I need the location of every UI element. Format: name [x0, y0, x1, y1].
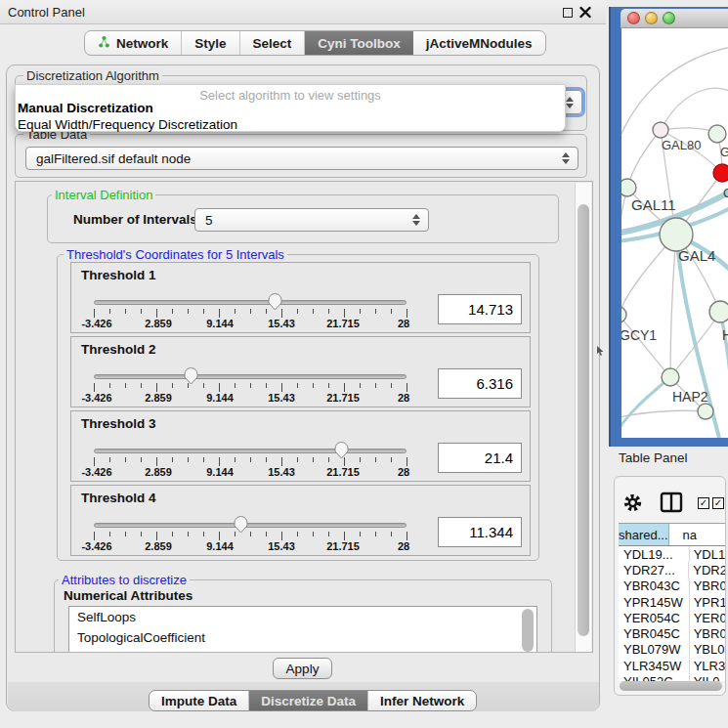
- cell[interactable]: YDL1: [690, 546, 726, 562]
- table-row[interactable]: YBL079WYBL0: [619, 642, 726, 658]
- threshold-4-slider-thumb[interactable]: [234, 516, 248, 535]
- node-gcy1[interactable]: [621, 307, 626, 322]
- table-row[interactable]: YLR345WYLR3: [619, 658, 726, 673]
- window-close-button[interactable]: [627, 12, 640, 24]
- node-gal4[interactable]: [660, 218, 693, 251]
- tab-style[interactable]: Style: [182, 31, 239, 55]
- cell[interactable]: YIL052C: [619, 673, 690, 681]
- threshold-1-value-field[interactable]: [438, 294, 522, 324]
- table-row[interactable]: YBR045CYBR0: [619, 625, 726, 641]
- column-header-name[interactable]: na: [669, 524, 726, 545]
- node-attribute-table: shared... na YDL19...YDL1 YDR27...YDR2 Y…: [619, 523, 726, 681]
- cell[interactable]: YBR045C: [619, 625, 690, 641]
- table-row[interactable]: YDL19...YDL1: [619, 546, 726, 562]
- checkbox-icon[interactable]: ✓: [712, 497, 724, 509]
- cell[interactable]: YPR1: [690, 594, 726, 610]
- settings-scrollbar-track[interactable]: [575, 183, 591, 653]
- threshold-2-slider[interactable]: [94, 374, 407, 379]
- node-partial-h[interactable]: [709, 301, 728, 322]
- slider-major-ticks: [94, 383, 407, 392]
- threshold-3-slider-thumb[interactable]: [334, 442, 349, 460]
- num-intervals-value: 5: [205, 213, 213, 228]
- cell[interactable]: YLR345W: [619, 658, 690, 673]
- cell[interactable]: YBR0: [690, 578, 726, 594]
- tick-label: -3.426: [81, 318, 111, 329]
- num-intervals-combobox[interactable]: 5: [194, 208, 429, 232]
- tab-select[interactable]: Select: [240, 31, 306, 55]
- split-view-icon[interactable]: [660, 492, 683, 513]
- threshold-3-slider[interactable]: [94, 449, 407, 453]
- tab-discretize-data[interactable]: Discretize Data: [249, 691, 368, 710]
- tab-jactivemnodules[interactable]: jActiveMNodules: [413, 31, 545, 55]
- cell[interactable]: YBR0: [690, 625, 726, 641]
- panel-title: Control Panel: [8, 5, 85, 20]
- combo-arrows-icon: [566, 97, 574, 108]
- list-item[interactable]: SelfLoops: [69, 607, 536, 627]
- tab-cyni-toolbox[interactable]: Cyni Toolbox: [305, 31, 413, 55]
- table-row[interactable]: YER054CYER0: [619, 610, 726, 625]
- tick-label: 2.859: [145, 540, 172, 552]
- node-partial-g[interactable]: [708, 125, 726, 143]
- threshold-2-value-field[interactable]: [438, 368, 522, 399]
- node-gal11[interactable]: [621, 179, 636, 196]
- network-labels: GAL80 G C GAL11 GAL4 GCY1 H HAP2: [621, 138, 728, 405]
- list-item[interactable]: TopologicalCoefficient: [69, 627, 536, 648]
- cell[interactable]: YBR043C: [619, 578, 690, 594]
- settings-scrollbar-thumb[interactable]: [578, 204, 589, 636]
- close-icon[interactable]: [579, 6, 591, 19]
- network-view-window[interactable]: GAL80 G C GAL11 GAL4 GCY1 H HAP2: [609, 7, 728, 447]
- cell[interactable]: YDR27...: [619, 562, 689, 578]
- node-selected-red[interactable]: [713, 164, 728, 182]
- network-window-titlebar[interactable]: [621, 9, 728, 28]
- slider-major-ticks: [94, 532, 407, 540]
- threshold-label: Threshold 3: [81, 416, 156, 431]
- list-scrollbar[interactable]: [522, 609, 534, 652]
- node-hap2[interactable]: [662, 368, 679, 386]
- tab-impute-data[interactable]: Impute Data: [150, 691, 249, 710]
- cell[interactable]: YBL0: [690, 642, 726, 658]
- threshold-4-slider[interactable]: [94, 523, 407, 528]
- list-item[interactable]: BetweennessCentrality: [69, 648, 536, 653]
- table-row[interactable]: YPR145WYPR1: [619, 594, 726, 610]
- node-label: C: [723, 186, 728, 200]
- threshold-1-slider-thumb[interactable]: [268, 293, 282, 312]
- threshold-4-value-field[interactable]: [438, 517, 522, 547]
- tab-infer-network[interactable]: Infer Network: [368, 691, 476, 710]
- cell[interactable]: YIL0: [690, 673, 726, 681]
- apply-button[interactable]: Apply: [273, 658, 332, 679]
- node-partial-bottom[interactable]: [698, 404, 713, 419]
- combo-arrows-icon: [562, 152, 570, 164]
- cell[interactable]: YLR3: [690, 658, 726, 673]
- window-minimize-button[interactable]: [645, 12, 658, 24]
- cell[interactable]: YPR145W: [619, 594, 690, 610]
- node-label: H: [722, 327, 728, 343]
- cell[interactable]: YER054C: [619, 610, 690, 625]
- table-row[interactable]: YBR043CYBR0: [619, 578, 726, 594]
- threshold-3-value-field[interactable]: [438, 443, 522, 473]
- tab-label: Discretize Data: [261, 694, 356, 708]
- cell[interactable]: YBL079W: [619, 642, 690, 658]
- node-gal80[interactable]: [653, 122, 668, 138]
- cell[interactable]: YER0: [690, 610, 726, 625]
- checkbox-icon[interactable]: ✓: [698, 497, 709, 509]
- column-header-shared-name[interactable]: shared...: [619, 524, 669, 545]
- threshold-1-slider[interactable]: [94, 300, 407, 305]
- tab-network[interactable]: Network: [85, 31, 182, 55]
- window-zoom-button[interactable]: [663, 12, 675, 24]
- gear-icon[interactable]: [623, 493, 642, 512]
- table-data-combobox[interactable]: galFiltered.sif default node: [25, 147, 578, 170]
- threshold-2-slider-thumb[interactable]: [184, 367, 198, 386]
- tick-label: 28: [398, 392, 409, 404]
- table-row[interactable]: YIL052CYIL0: [619, 673, 726, 681]
- cell[interactable]: YDL19...: [619, 546, 690, 562]
- dropdown-option-equal-width[interactable]: Equal Width/Frequency Discretization: [16, 116, 565, 133]
- node-label: HAP2: [672, 389, 708, 405]
- network-canvas[interactable]: GAL80 G C GAL11 GAL4 GCY1 H HAP2: [621, 28, 728, 438]
- table-row[interactable]: YDR27...YDR2: [619, 562, 726, 578]
- float-window-icon[interactable]: [563, 8, 573, 18]
- table-horizontal-scrollbar[interactable]: [620, 681, 722, 691]
- tick-label: 2.859: [145, 466, 172, 478]
- node-label: GAL80: [662, 138, 701, 152]
- interval-definition-label: Interval Definition: [52, 188, 155, 202]
- cell[interactable]: YDR2: [689, 562, 726, 578]
